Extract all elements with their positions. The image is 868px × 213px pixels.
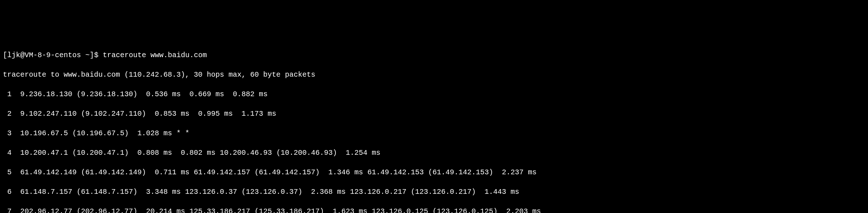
hop-detail: 61.49.142.149 (61.49.142.149) 0.711 ms 6… [20,168,536,176]
hop-detail: 10.200.47.1 (10.200.47.1) 0.808 ms 0.802… [20,149,380,157]
hop-number: 6 [3,187,12,197]
hop-number: 5 [3,167,12,177]
hop-number: 4 [3,148,12,158]
prompt-user: ljk [7,51,20,59]
command-prompt-line: [ljk@VM-8-9-centos ~]$ traceroute www.ba… [3,50,865,60]
hop-number: 7 [3,206,12,213]
terminal-output: [ljk@VM-8-9-centos ~]$ traceroute www.ba… [3,41,865,213]
hop-detail: 10.196.67.5 (10.196.67.5) 1.028 ms * * [20,129,189,137]
hop-detail: 202.96.12.77 (202.96.12.77) 20.214 ms 12… [20,207,541,213]
hop-line-1: 1 9.236.18.130 (9.236.18.130) 0.536 ms 0… [3,89,865,99]
hop-detail: 9.236.18.130 (9.236.18.130) 0.536 ms 0.6… [20,90,268,98]
hop-line-2: 2 9.102.247.110 (9.102.247.110) 0.853 ms… [3,109,865,119]
hop-number: 1 [3,89,12,99]
hop-detail: 61.148.7.157 (61.148.7.157) 3.348 ms 123… [20,188,519,196]
hop-line-3: 3 10.196.67.5 (10.196.67.5) 1.028 ms * * [3,128,865,138]
hop-number: 3 [3,128,12,138]
hop-line-5: 5 61.49.142.149 (61.49.142.149) 0.711 ms… [3,167,865,177]
hop-line-4: 4 10.200.47.1 (10.200.47.1) 0.808 ms 0.8… [3,148,865,158]
command-text: traceroute www.baidu.com [103,51,207,59]
prompt-host: VM-8-9-centos [25,51,81,59]
prompt-symbol: $ [94,51,98,59]
traceroute-header: traceroute to www.baidu.com (110.242.68.… [3,70,865,80]
hop-number: 2 [3,109,12,119]
hop-line-6: 6 61.148.7.157 (61.148.7.157) 3.348 ms 1… [3,187,865,197]
hop-line-7: 7 202.96.12.77 (202.96.12.77) 20.214 ms … [3,206,865,213]
hop-detail: 9.102.247.110 (9.102.247.110) 0.853 ms 0… [20,110,276,118]
prompt-dir: ~ [85,51,90,59]
